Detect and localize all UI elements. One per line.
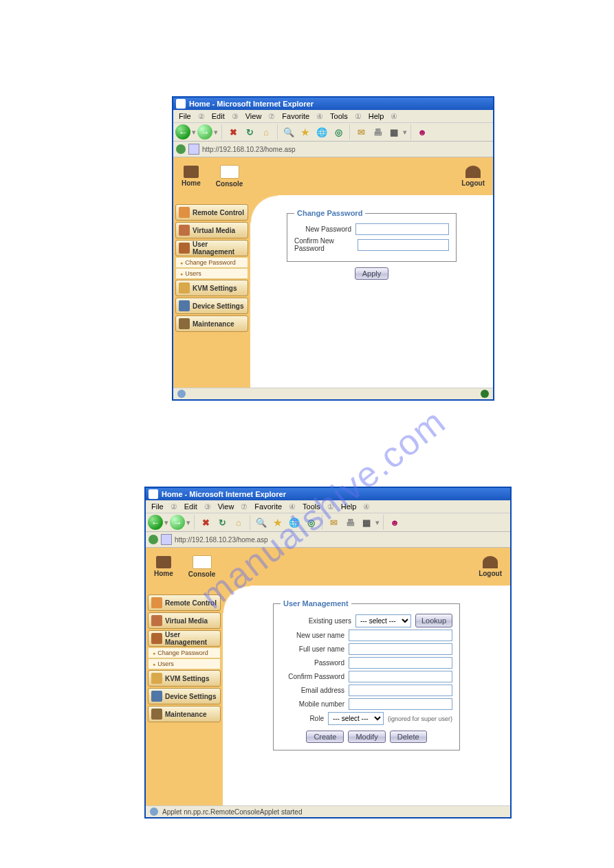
- edit-button[interactable]: ▦: [386, 124, 402, 140]
- sidebar-users[interactable]: Users: [175, 268, 248, 279]
- print-button[interactable]: 🖶: [370, 124, 385, 140]
- sidebar-kvm-settings[interactable]: KVM Settings: [148, 670, 221, 687]
- back-button[interactable]: ←: [175, 124, 190, 140]
- menu-favorite[interactable]: Favorite: [252, 502, 285, 511]
- new-password-input[interactable]: [355, 223, 449, 235]
- menu-view[interactable]: View: [243, 112, 265, 120]
- menu-help[interactable]: Help: [366, 112, 387, 120]
- existing-users-select[interactable]: --- select ---: [355, 614, 411, 627]
- menu-file[interactable]: File: [176, 112, 194, 120]
- sidebar-remote-control[interactable]: Remote Control: [148, 594, 221, 611]
- stop-button[interactable]: ✖: [226, 124, 241, 140]
- confirm-password-input[interactable]: [358, 239, 449, 251]
- full-user-name-input[interactable]: [349, 643, 452, 655]
- edit-button[interactable]: ▦: [359, 515, 374, 530]
- sidebar-user-management[interactable]: User Management: [148, 630, 221, 647]
- sidebar-device-settings[interactable]: Device Settings: [148, 688, 221, 704]
- ie-icon: [149, 489, 158, 499]
- print-button[interactable]: 🖶: [342, 515, 358, 530]
- mobile-number-input[interactable]: [349, 698, 452, 710]
- menu-view[interactable]: View: [215, 502, 237, 511]
- confirm-password-input[interactable]: [349, 671, 452, 682]
- email-address-input[interactable]: [349, 685, 452, 696]
- search-button[interactable]: 🔍: [254, 515, 269, 530]
- menu-favorite[interactable]: Favorite: [279, 112, 312, 120]
- stop-button[interactable]: ✖: [198, 515, 213, 530]
- favorites-button[interactable]: ★: [298, 124, 313, 140]
- address-url[interactable]: http://192.168.10.23/home.asp: [202, 146, 296, 153]
- sidebar-user-management[interactable]: User Management: [175, 240, 248, 256]
- maintenance-icon: [151, 709, 162, 720]
- home-button[interactable]: ⌂: [231, 515, 246, 530]
- sidebar-change-password[interactable]: Change Password: [175, 257, 248, 268]
- home-icon: [156, 556, 171, 568]
- media-button[interactable]: ◎: [303, 515, 318, 530]
- address-url[interactable]: http://192.168.10.23/home.asp: [175, 536, 268, 544]
- sidebar-maintenance[interactable]: Maintenance: [148, 706, 221, 722]
- logout-button[interactable]: Logout: [479, 556, 502, 577]
- sidebar-label: KVM Settings: [193, 285, 237, 292]
- modify-button[interactable]: Modify: [348, 731, 385, 743]
- messenger-button[interactable]: ☻: [415, 124, 430, 140]
- device-settings-icon: [151, 691, 162, 702]
- sidebar-change-password[interactable]: Change Password: [148, 647, 221, 658]
- delete-button[interactable]: Delete: [390, 731, 427, 743]
- status-text: Applet nn.pp.rc.RemoteConsoleApplet star…: [162, 808, 302, 816]
- sidebar-remote-control[interactable]: Remote Control: [175, 204, 248, 221]
- menu-edit[interactable]: Edit: [182, 502, 200, 511]
- refresh-button[interactable]: ↻: [215, 515, 230, 530]
- forward-button[interactable]: →: [170, 515, 185, 530]
- console-button[interactable]: Console: [188, 555, 215, 578]
- forward-button[interactable]: →: [197, 124, 212, 140]
- create-button[interactable]: Create: [306, 731, 344, 743]
- home-label: Home: [154, 570, 173, 577]
- page-icon: [188, 144, 199, 155]
- logout-button[interactable]: Logout: [461, 166, 485, 187]
- menu-bar[interactable]: File② Edit③ View⑦ Favorite④ Tools① Help④: [173, 110, 493, 123]
- mail-button[interactable]: ✉: [326, 515, 341, 530]
- sidebar-kvm-settings[interactable]: KVM Settings: [175, 280, 248, 296]
- home-button[interactable]: ⌂: [259, 124, 274, 140]
- menu-tools[interactable]: Tools: [300, 502, 323, 511]
- virtual-media-icon: [151, 615, 162, 626]
- menu-file[interactable]: File: [149, 502, 166, 511]
- sidebar: Remote Control Virtual Media User Manage…: [146, 586, 223, 805]
- app-body: Home Console Logout Remote Control Virtu…: [173, 157, 493, 388]
- role-select[interactable]: --- select ---: [328, 712, 384, 725]
- media-button[interactable]: ◎: [331, 124, 346, 140]
- content-area: User Management Existing users --- selec…: [223, 586, 510, 805]
- subitem-label: Users: [157, 660, 174, 667]
- favorites-button[interactable]: ★: [270, 515, 285, 530]
- search-button[interactable]: 🔍: [281, 124, 296, 140]
- change-password-form: Change Password New Password Confirm New…: [287, 209, 457, 262]
- sidebar-virtual-media[interactable]: Virtual Media: [175, 222, 248, 238]
- menu-bar[interactable]: File② Edit③ View⑦ Favorite④ Tools① Help④: [146, 500, 510, 513]
- sidebar-device-settings[interactable]: Device Settings: [175, 298, 248, 314]
- sidebar-label: KVM Settings: [165, 675, 209, 682]
- console-button[interactable]: Console: [216, 165, 243, 188]
- menu-tools[interactable]: Tools: [327, 112, 351, 120]
- status-bar: Applet nn.pp.rc.RemoteConsoleApplet star…: [146, 805, 510, 817]
- logout-label: Logout: [461, 179, 485, 187]
- messenger-button[interactable]: ☻: [387, 515, 402, 530]
- history-button[interactable]: 🌐: [287, 515, 302, 530]
- lookup-button[interactable]: Lookup: [415, 614, 452, 627]
- address-bar: http://192.168.10.23/home.asp: [173, 142, 493, 157]
- back-button[interactable]: ←: [148, 515, 163, 530]
- history-button[interactable]: 🌐: [314, 124, 329, 140]
- mail-button[interactable]: ✉: [353, 124, 369, 140]
- go-icon[interactable]: [149, 535, 158, 544]
- menu-edit[interactable]: Edit: [209, 112, 228, 120]
- home-button[interactable]: Home: [182, 166, 201, 187]
- mobile-number-label: Mobile number: [299, 700, 344, 708]
- password-input[interactable]: [349, 657, 452, 669]
- go-icon[interactable]: [176, 144, 186, 154]
- sidebar-maintenance[interactable]: Maintenance: [175, 315, 248, 332]
- home-button[interactable]: Home: [154, 556, 173, 577]
- apply-button[interactable]: Apply: [355, 267, 389, 280]
- new-user-name-input[interactable]: [349, 630, 452, 641]
- menu-help[interactable]: Help: [338, 502, 360, 511]
- sidebar-users[interactable]: Users: [148, 658, 221, 669]
- refresh-button[interactable]: ↻: [242, 124, 257, 140]
- sidebar-virtual-media[interactable]: Virtual Media: [148, 612, 221, 629]
